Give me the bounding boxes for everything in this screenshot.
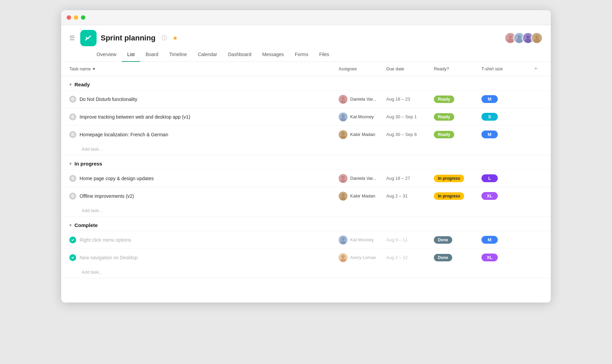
tab-calendar[interactable]: Calendar — [192, 49, 223, 62]
due-date-cell: Aug 18 – 23 — [386, 97, 434, 102]
status-badge[interactable]: Ready — [434, 113, 454, 121]
task-name: Improve tracking between web and desktop… — [80, 114, 190, 120]
task-check-icon[interactable] — [69, 96, 76, 103]
size-badge[interactable]: L — [481, 174, 498, 182]
top-left: ☰ Sprint planning ⓘ ★ — [69, 30, 178, 46]
assignee-avatar — [339, 236, 347, 244]
task-name-cell: New navigation on Desktop — [69, 254, 339, 261]
task-name: Right click menu options — [80, 237, 131, 243]
add-task-row-complete[interactable]: Add task... — [61, 266, 551, 278]
status-badge[interactable]: Ready — [434, 96, 454, 103]
col-header-ready: Ready? — [434, 66, 481, 71]
star-icon[interactable]: ★ — [172, 34, 178, 42]
add-task-label: Add task... — [82, 270, 102, 275]
section-title-ready: Ready — [74, 82, 90, 87]
svg-point-3 — [516, 39, 522, 43]
tshirt-cell: M — [481, 236, 529, 244]
assignee-avatar — [339, 112, 347, 121]
task-name-cell: Do Not Disturb functionality — [69, 96, 339, 103]
status-cell: Done — [434, 236, 481, 244]
task-check-icon[interactable] — [69, 131, 76, 138]
add-task-label: Add task... — [82, 208, 102, 213]
size-badge[interactable]: M — [481, 95, 498, 103]
assignee-name: Kat Mooney — [350, 237, 374, 242]
assignee-avatar — [339, 130, 347, 139]
task-name: Home page copy & design updates — [80, 176, 154, 181]
section-header-inprogress[interactable]: ▾ In progress — [61, 155, 551, 169]
table-row[interactable]: Right click menu options Kat Mooney Aug … — [61, 231, 551, 248]
minimize-button[interactable] — [74, 15, 78, 20]
add-task-row-ready[interactable]: Add task... — [61, 143, 551, 155]
project-title: Sprint planning — [101, 34, 155, 42]
status-badge[interactable]: In progress — [434, 192, 464, 200]
assignee-avatar — [339, 253, 347, 262]
svg-point-1 — [507, 39, 513, 43]
task-name-cell: Right click menu options — [69, 237, 339, 243]
status-cell: In progress — [434, 175, 481, 182]
section-header-ready[interactable]: ▾ Ready — [61, 76, 551, 90]
col-header-tshirt: T-shirt size — [481, 66, 529, 71]
svg-point-15 — [341, 132, 345, 135]
size-badge[interactable]: S — [481, 113, 498, 121]
task-check-icon[interactable] — [69, 175, 76, 182]
assignee-avatar — [339, 174, 347, 183]
status-badge[interactable]: Done — [434, 254, 452, 261]
size-badge[interactable]: XL — [481, 192, 498, 200]
task-name-dropdown[interactable]: ▾ — [93, 66, 95, 71]
assignee-cell: Daniela Var... — [339, 174, 386, 183]
task-check-icon[interactable] — [69, 193, 76, 200]
maximize-button[interactable] — [81, 15, 85, 20]
col-header-due-date: Due date — [386, 66, 434, 71]
tab-board[interactable]: Board — [140, 49, 164, 62]
table-row[interactable]: Home page copy & design updates Daniela … — [61, 169, 551, 187]
add-task-row-inprogress[interactable]: Add task... — [61, 205, 551, 216]
status-cell: Ready — [434, 113, 481, 121]
tshirt-cell: M — [481, 131, 529, 138]
tab-dashboard[interactable]: Dashboard — [223, 49, 257, 62]
svg-point-28 — [340, 258, 346, 262]
task-check-complete-icon[interactable] — [69, 237, 76, 243]
task-check-icon[interactable] — [69, 114, 76, 120]
due-date-cell: Aug 30 – Sep 8 — [386, 132, 434, 137]
assignee-cell: Avery Lomax — [339, 253, 386, 262]
app-logo — [80, 30, 97, 46]
svg-point-18 — [341, 176, 345, 179]
table-row[interactable]: New navigation on Desktop Avery Lomax Au… — [61, 248, 551, 266]
tab-files[interactable]: Files — [314, 49, 335, 62]
task-name-cell: Homepage localization: French & German — [69, 131, 339, 138]
svg-point-12 — [341, 114, 345, 118]
task-name: New navigation on Desktop — [80, 255, 137, 260]
status-badge[interactable]: In progress — [434, 175, 464, 182]
size-badge[interactable]: M — [481, 131, 498, 138]
nav-tabs: Overview List Board Timeline Calendar Da… — [61, 46, 551, 62]
task-check-complete-icon[interactable] — [69, 254, 76, 261]
close-button[interactable] — [67, 15, 71, 20]
table-row[interactable]: Homepage localization: French & German K… — [61, 125, 551, 143]
svg-point-24 — [341, 237, 345, 241]
status-badge[interactable]: Ready — [434, 131, 454, 138]
assignee-name: Daniela Var... — [350, 176, 376, 181]
table-row[interactable]: Do Not Disturb functionality Daniela Var… — [61, 90, 551, 108]
chevron-down-icon: ▾ — [69, 161, 72, 166]
add-column-button[interactable]: + — [529, 65, 543, 72]
assignee-cell: Kat Mooney — [339, 112, 386, 121]
hamburger-icon[interactable]: ☰ — [69, 34, 75, 42]
tab-messages[interactable]: Messages — [257, 49, 289, 62]
status-cell: Ready — [434, 96, 481, 103]
status-badge[interactable]: Done — [434, 236, 452, 244]
section-header-complete[interactable]: ▾ Complete — [61, 217, 551, 231]
info-icon[interactable]: ⓘ — [162, 35, 167, 42]
table-row[interactable]: Improve tracking between web and desktop… — [61, 108, 551, 125]
table-header: Task name ▾ Assignee Due date Ready? T-s… — [61, 62, 551, 76]
size-badge[interactable]: M — [481, 236, 498, 244]
due-date-cell: Aug 18 – 27 — [386, 176, 434, 181]
tab-overview[interactable]: Overview — [91, 49, 122, 62]
svg-point-2 — [517, 35, 521, 39]
size-badge[interactable]: XL — [481, 254, 498, 261]
tshirt-cell: L — [481, 174, 529, 182]
table-row[interactable]: Offline improvements (v2) Kabir Madan Au… — [61, 187, 551, 205]
tab-list[interactable]: List — [122, 49, 140, 62]
svg-point-25 — [340, 241, 346, 244]
tab-forms[interactable]: Forms — [289, 49, 314, 62]
tab-timeline[interactable]: Timeline — [164, 49, 192, 62]
